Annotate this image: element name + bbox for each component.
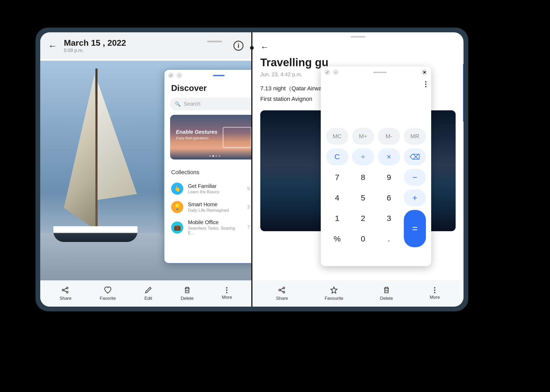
banner-title: Enable Gestures [176, 129, 217, 135]
calc-clear[interactable]: C [326, 148, 348, 165]
trash-icon [183, 286, 191, 294]
more-button[interactable]: More [222, 287, 232, 300]
collection-smart-home[interactable]: 💡 Smart Home Daily Life Reimagined 3 › [164, 198, 251, 216]
tablet-frame: ← March 15 , 2022 5:09 p.m. i [35, 28, 468, 311]
notes-bottom-bar: Share Favourite Delete More [252, 280, 464, 307]
calc-2[interactable]: 2 [352, 210, 374, 227]
more-icon [226, 287, 227, 293]
calc-m-plus[interactable]: M+ [352, 128, 374, 145]
collection-get-familiar[interactable]: 👆 Get Familiar Learn the Basics 9 › [164, 179, 251, 198]
search-input[interactable]: 🔍 Search [170, 98, 251, 110]
info-icon[interactable]: i [233, 41, 243, 51]
notes-favourite-button[interactable]: Favourite [325, 286, 343, 301]
scroll-indicator [463, 64, 464, 122]
notes-more-button[interactable]: More [430, 287, 440, 300]
front-camera [250, 46, 254, 50]
calc-divide[interactable]: ÷ [352, 148, 374, 165]
gallery-date: March 15 , 2022 [64, 38, 196, 48]
tablet-screen: ← March 15 , 2022 5:09 p.m. i [40, 32, 464, 307]
bulb-icon: 💡 [171, 201, 183, 213]
calc-close-button[interactable]: ✕ [421, 69, 427, 75]
calc-6[interactable]: 6 [378, 189, 400, 206]
heart-icon [104, 286, 112, 294]
notes-share-button[interactable]: Share [276, 286, 288, 301]
banner-subtitle: Enjoy fluid operations [176, 136, 217, 140]
calc-dot[interactable]: . [378, 230, 400, 247]
calc-0[interactable]: 0 [352, 230, 374, 247]
gallery-app: ← March 15 , 2022 5:09 p.m. i [40, 32, 251, 307]
calc-titlebar[interactable]: ⤢ − ✕ [321, 66, 431, 78]
gallery-date-block: March 15 , 2022 5:09 p.m. [64, 38, 196, 53]
window-drag-handle[interactable] [185, 75, 251, 76]
calc-more-icon[interactable] [425, 81, 426, 87]
back-button[interactable]: ← [48, 41, 57, 51]
window-expand-button[interactable]: ⤢ [168, 73, 174, 78]
calc-plus[interactable]: + [404, 189, 426, 206]
banner-illustration [223, 127, 251, 148]
calc-minus[interactable]: − [404, 169, 426, 186]
discover-banner[interactable]: Enable Gestures Enjoy fluid operations [170, 115, 251, 159]
window-titlebar[interactable]: ⤢ − ✕ [164, 70, 251, 81]
edit-button[interactable]: Edit [144, 286, 152, 301]
calc-expand-button[interactable]: ⤢ [324, 69, 330, 75]
search-icon: 🔍 [175, 101, 181, 107]
calc-7[interactable]: 7 [326, 169, 348, 186]
calc-multiply[interactable]: × [378, 148, 400, 165]
calc-display [321, 78, 431, 125]
pencil-icon [144, 286, 152, 294]
gallery-time: 5:09 p.m. [64, 48, 196, 53]
notes-drag-handle[interactable] [252, 32, 464, 40]
delete-button[interactable]: Delete [181, 286, 193, 301]
calc-5[interactable]: 5 [352, 189, 374, 206]
calc-equals[interactable]: = [404, 210, 426, 247]
notes-delete-button[interactable]: Delete [380, 286, 393, 301]
calc-drag-handle[interactable] [341, 72, 419, 73]
search-placeholder: Search [184, 101, 200, 107]
share-button[interactable]: Share [60, 286, 72, 301]
collection-mobile-office[interactable]: 💼 Mobile Office Seamless Tasks, Soaring … [164, 216, 251, 239]
calc-1[interactable]: 1 [326, 210, 348, 227]
calc-mr[interactable]: MR [404, 128, 426, 145]
notes-app: ← Travelling gu Jun. 23, 4:42 p.m. 7.13 … [252, 32, 464, 307]
favorite-button[interactable]: Favorite [100, 286, 116, 301]
calc-9[interactable]: 9 [378, 169, 400, 186]
calc-8[interactable]: 8 [352, 169, 374, 186]
notes-back-button[interactable]: ← [260, 42, 269, 52]
more-icon [434, 287, 435, 293]
window-minimize-button[interactable]: − [176, 73, 182, 78]
calculator-floating-window[interactable]: ⤢ − ✕ MC M+ M- MR C ÷ × ⌫ 7 8 [321, 66, 431, 266]
calc-3[interactable]: 3 [378, 210, 400, 227]
calc-minimize-button[interactable]: − [333, 69, 339, 75]
gallery-header: ← March 15 , 2022 5:09 p.m. i [40, 32, 251, 59]
briefcase-icon: 💼 [171, 221, 183, 234]
discover-title: Discover [164, 81, 251, 98]
share-icon [61, 286, 70, 294]
drag-handle[interactable] [207, 41, 222, 42]
collections-heading: Collections [164, 164, 251, 179]
share-icon [278, 286, 286, 294]
calc-percent[interactable]: % [326, 230, 348, 247]
discover-floating-window[interactable]: ⤢ − ✕ Discover 🔍 Search Enable Gestures … [164, 69, 251, 264]
star-icon [330, 286, 338, 294]
hand-tap-icon: 👆 [171, 183, 183, 195]
calc-4[interactable]: 4 [326, 189, 348, 206]
gallery-bottom-bar: Share Favorite Edit Delete More [40, 280, 251, 307]
calc-keypad: MC M+ M- MR C ÷ × ⌫ 7 8 9 − 4 5 6 + [321, 125, 431, 252]
banner-pagination [209, 155, 220, 157]
calc-m-minus[interactable]: M- [378, 128, 400, 145]
trash-icon [382, 286, 391, 294]
calc-backspace[interactable]: ⌫ [404, 148, 426, 165]
calc-mc[interactable]: MC [326, 128, 348, 145]
